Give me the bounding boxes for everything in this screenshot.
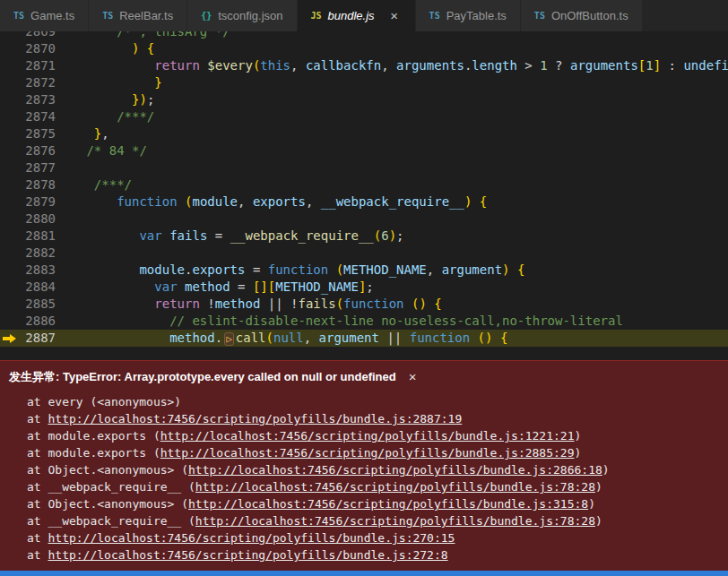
glyph-margin[interactable] (0, 40, 22, 57)
stack-frame-text: at module.exports ( (27, 446, 160, 460)
code-text: } (56, 74, 728, 91)
stack-frame-link[interactable]: http://localhost:7456/scripting/polyfill… (160, 446, 575, 460)
code-line-2879[interactable]: 2879 function (module, exports, __webpac… (0, 193, 728, 211)
code-text: // eslint-disable-next-line no-useless-c… (56, 313, 728, 330)
glyph-margin[interactable] (0, 296, 22, 313)
code-line-2883[interactable]: 2883 module.exports = function (METHOD_N… (0, 262, 728, 279)
stack-frame-link[interactable]: http://localhost:7456/scripting/polyfill… (48, 412, 462, 426)
stack-frame-link[interactable]: http://localhost:7456/scripting/polyfill… (48, 548, 447, 562)
stack-frame: at Object.<anonymous> (http://localhost:… (27, 461, 728, 478)
glyph-margin[interactable] (0, 142, 22, 159)
typescript-file-icon: TS (429, 11, 440, 21)
tab-PayTable.ts[interactable]: TSPayTable.ts (416, 0, 521, 31)
line-number: 2872 (22, 74, 56, 91)
stack-frame-link[interactable]: http://localhost:7456/scripting/polyfill… (188, 463, 602, 477)
code-editor[interactable]: 2869 /* , thisArg */2870 ) {2871 return … (0, 31, 728, 360)
code-line-2886[interactable]: 2886 // eslint-disable-next-line no-usel… (0, 313, 728, 330)
stack-trace: at every (<anonymous>)at http://localhos… (9, 393, 728, 563)
code-text: /***/ (56, 176, 728, 193)
code-line-2873[interactable]: 2873 }); (0, 91, 728, 108)
tab-bar: TSGame.tsTSReelBar.ts{}tsconfig.jsonJSbu… (0, 0, 728, 31)
glyph-margin[interactable] (0, 211, 22, 228)
code-text: /* 84 */ (56, 142, 728, 159)
line-number: 2886 (22, 313, 56, 330)
exception-widget: 发生异常: TypeError: Array.prototype.every c… (0, 360, 728, 571)
debug-stackframe-arrow-icon (0, 330, 22, 347)
tab-OnOffButton.ts[interactable]: TSOnOffButton.ts (521, 0, 643, 31)
glyph-margin[interactable] (0, 74, 22, 91)
code-text: var method = [][METHOD_NAME]; (56, 279, 728, 296)
code-line-2880[interactable]: 2880 (0, 211, 728, 228)
stack-frame: at module.exports (http://localhost:7456… (27, 444, 728, 461)
stack-frame-text: ) (575, 429, 582, 443)
inline-breakpoint-icon[interactable]: ▷ (224, 332, 234, 346)
glyph-margin[interactable] (0, 262, 22, 279)
typescript-file-icon: TS (102, 11, 113, 21)
exception-title: 发生异常: TypeError: Array.prototype.every c… (9, 369, 396, 385)
glyph-margin[interactable] (0, 176, 22, 193)
code-line-2874[interactable]: 2874 /***/ (0, 108, 728, 125)
glyph-margin[interactable] (0, 279, 22, 296)
code-text: }, (56, 125, 728, 142)
code-text: ) { (56, 40, 728, 57)
code-line-2882[interactable]: 2882 (0, 245, 728, 262)
code-text: module.exports = function (METHOD_NAME, … (56, 262, 728, 279)
code-line-2875[interactable]: 2875 }, (0, 125, 728, 142)
tab-Game.ts[interactable]: TSGame.ts (0, 0, 89, 31)
glyph-margin[interactable] (0, 159, 22, 176)
code-text (56, 211, 728, 228)
code-line-2877[interactable]: 2877 (0, 159, 728, 176)
stack-frame-text: ) (602, 463, 610, 477)
code-line-2885[interactable]: 2885 return !method || !fails(function (… (0, 296, 728, 313)
stack-frame-text: at __webpack_require__ ( (27, 514, 195, 528)
javascript-file-icon: JS (311, 11, 322, 21)
stack-frame: at http://localhost:7456/scripting/polyf… (27, 410, 728, 427)
glyph-margin[interactable] (0, 125, 22, 142)
stack-frame-link[interactable]: http://localhost:7456/scripting/polyfill… (48, 531, 455, 545)
code-line-2878[interactable]: 2878 /***/ (0, 176, 728, 193)
code-text: /***/ (56, 108, 728, 125)
bottom-sash[interactable] (0, 571, 728, 576)
glyph-margin[interactable] (0, 108, 22, 125)
stack-frame-text: at every (<anonymous>) (27, 395, 181, 408)
code-line-2887[interactable]: 2887 method.▷call(null, argument || func… (0, 330, 728, 347)
code-line-2872[interactable]: 2872 } (0, 74, 728, 91)
glyph-margin[interactable] (0, 245, 22, 262)
tab-label: bundle.js (328, 9, 375, 22)
line-number: 2878 (22, 176, 56, 193)
close-icon[interactable]: × (409, 371, 417, 383)
code-line-2871[interactable]: 2871 return $every(this, callbackfn, arg… (0, 57, 728, 74)
stack-frame-link[interactable]: http://localhost:7456/scripting/polyfill… (195, 514, 595, 528)
code-line-2870[interactable]: 2870 ) { (0, 40, 728, 57)
code-text: function (module, exports, __webpack_req… (56, 193, 728, 211)
tab-tsconfig.json[interactable]: {}tsconfig.json (187, 0, 297, 31)
glyph-margin[interactable] (0, 313, 22, 330)
tab-close-icon[interactable]: × (387, 9, 402, 23)
tab-label: ReelBar.ts (119, 9, 173, 22)
stack-frame-text: ) (595, 514, 602, 528)
stack-frame-link[interactable]: http://localhost:7456/scripting/polyfill… (160, 429, 575, 443)
line-number: 2874 (22, 108, 56, 125)
glyph-margin[interactable] (0, 228, 22, 245)
stack-frame: at __webpack_require__ (http://localhost… (27, 512, 728, 529)
glyph-margin[interactable] (0, 193, 22, 211)
code-line-2884[interactable]: 2884 var method = [][METHOD_NAME]; (0, 279, 728, 296)
line-number: 2887 (22, 330, 56, 347)
stack-frame-link[interactable]: http://localhost:7456/scripting/polyfill… (195, 480, 595, 494)
stack-frame-link[interactable]: http://localhost:7456/scripting/polyfill… (188, 497, 588, 511)
code-line-2876[interactable]: 2876 /* 84 */ (0, 142, 728, 159)
tab-ReelBar.ts[interactable]: TSReelBar.ts (89, 0, 187, 31)
line-number: 2869 (22, 31, 56, 40)
glyph-margin[interactable] (0, 31, 22, 40)
code-text: return !method || !fails(function () { (56, 296, 728, 313)
stack-frame: at http://localhost:7456/scripting/polyf… (27, 529, 728, 546)
glyph-margin[interactable] (0, 57, 22, 74)
tab-bundle.js[interactable]: JSbundle.js× (298, 0, 416, 31)
json-config-icon: {} (201, 11, 212, 21)
code-line-2869[interactable]: 2869 /* , thisArg */ (0, 31, 728, 40)
stack-frame-text: at Object.<anonymous> ( (27, 463, 188, 477)
glyph-margin[interactable] (0, 91, 22, 108)
exception-title-row: 发生异常: TypeError: Array.prototype.every c… (9, 369, 728, 385)
stack-frame: at Object.<anonymous> (http://localhost:… (27, 495, 728, 512)
code-line-2881[interactable]: 2881 var fails = __webpack_require__(6); (0, 228, 728, 245)
